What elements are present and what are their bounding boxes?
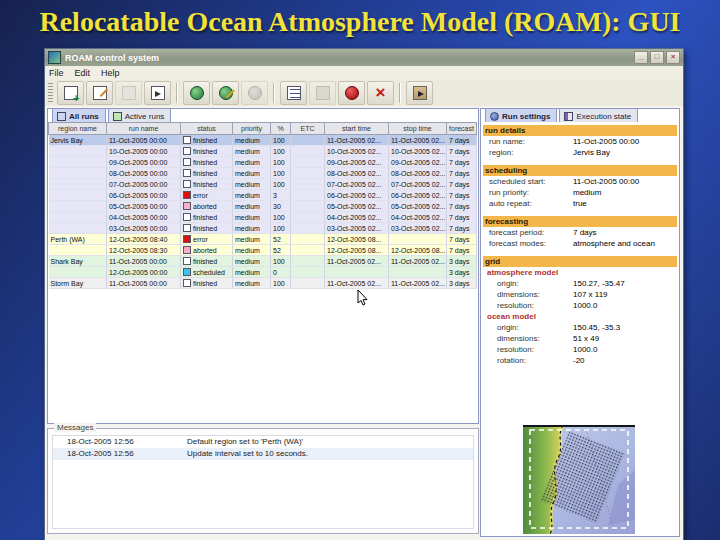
table-row[interactable]: 12-Oct-2005 08:30abortedmedium5212-Oct-2… bbox=[49, 245, 477, 256]
table-row[interactable]: Perth (WA)12-Oct-2005 08:40errormedium52… bbox=[49, 234, 477, 245]
tab-run-settings[interactable]: Run settings bbox=[485, 108, 557, 122]
edit-region-button[interactable] bbox=[212, 81, 239, 105]
table-row[interactable]: 08-Oct-2005 00:00finishedmedium10008-Oct… bbox=[49, 168, 477, 179]
new-run-button[interactable] bbox=[57, 81, 84, 105]
detail-item: forecast period:7 days bbox=[483, 227, 677, 238]
forecast-cell: 7 days bbox=[447, 179, 477, 190]
table-row[interactable]: 05-Oct-2005 00:00abortedmedium3005-Oct-2… bbox=[49, 201, 477, 212]
stop-time-cell bbox=[389, 234, 447, 245]
abort-run-button[interactable] bbox=[367, 81, 394, 105]
toolbar-separator bbox=[176, 83, 178, 103]
slide-title: Relocatable Ocean Atmosphere Model (ROAM… bbox=[0, 6, 720, 38]
table-row[interactable]: Storm Bay11-Oct-2005 00:00finishedmedium… bbox=[49, 278, 477, 289]
message-text: Update interval set to 10 seconds. bbox=[187, 448, 473, 460]
status-label: finished bbox=[193, 181, 217, 188]
exit-button[interactable] bbox=[406, 81, 433, 105]
column-header[interactable]: start time bbox=[325, 123, 389, 135]
new-run-icon bbox=[64, 86, 78, 100]
start-time-cell: 08-Oct-2005 02... bbox=[325, 168, 389, 179]
detail-label: forecast modes: bbox=[489, 238, 573, 249]
table-row[interactable]: 03-Oct-2005 00:00finishedmedium10003-Oct… bbox=[49, 223, 477, 234]
column-header[interactable]: status bbox=[181, 123, 233, 135]
column-header[interactable]: ETC bbox=[291, 123, 325, 135]
run-queue-button[interactable] bbox=[280, 81, 307, 105]
copy-run-button bbox=[115, 81, 142, 105]
status-swatch bbox=[183, 180, 191, 188]
menu-file[interactable]: File bbox=[49, 68, 64, 78]
etc-cell bbox=[291, 201, 325, 212]
stop-run-icon bbox=[345, 86, 359, 100]
table-row[interactable]: 06-Oct-2005 00:00errormedium306-Oct-2005… bbox=[49, 190, 477, 201]
detail-label: forecast period: bbox=[489, 227, 573, 238]
window-titlebar[interactable]: ROAM control system _ □ × bbox=[45, 49, 683, 66]
messages-list[interactable]: 18-Oct-2005 12:56Default region set to '… bbox=[52, 435, 474, 529]
percent-cell: 100 bbox=[271, 223, 291, 234]
section-header: run details bbox=[483, 125, 677, 136]
column-header[interactable]: % bbox=[271, 123, 291, 135]
forecast-cell: 7 days bbox=[447, 212, 477, 223]
status-swatch bbox=[183, 279, 191, 287]
table-row[interactable]: 09-Oct-2005 00:00finishedmedium10009-Oct… bbox=[49, 157, 477, 168]
menu-help[interactable]: Help bbox=[101, 68, 120, 78]
run-name-cell: 10-Oct-2005 00:00 bbox=[107, 146, 181, 157]
tab-label: Active runs bbox=[125, 112, 165, 121]
detail-label: dimensions: bbox=[497, 333, 573, 344]
minimize-button[interactable]: _ bbox=[634, 51, 648, 64]
start-time-cell: 12-Oct-2005 08... bbox=[325, 234, 389, 245]
table-row[interactable]: 12-Oct-2005 00:00scheduledmedium03 days bbox=[49, 267, 477, 278]
start-time-cell: 12-Oct-2005 08... bbox=[325, 245, 389, 256]
priority-cell: medium bbox=[233, 157, 271, 168]
column-header[interactable]: stop time bbox=[389, 123, 447, 135]
menu-edit[interactable]: Edit bbox=[75, 68, 91, 78]
globe-icon bbox=[490, 112, 499, 121]
table-row[interactable]: Shark Bay11-Oct-2005 00:00finishedmedium… bbox=[49, 256, 477, 267]
tab-execution-state[interactable]: Execution state bbox=[559, 108, 638, 122]
region-cell bbox=[49, 190, 107, 201]
table-row[interactable]: 10-Oct-2005 00:00finishedmedium10010-Oct… bbox=[49, 146, 477, 157]
forecast-cell: 3 days bbox=[447, 256, 477, 267]
percent-cell: 30 bbox=[271, 201, 291, 212]
start-time-cell: 06-Oct-2005 02... bbox=[325, 190, 389, 201]
start-time-cell: 11-Oct-2005 02... bbox=[325, 278, 389, 289]
toolbar-drag-handle[interactable] bbox=[48, 83, 53, 103]
tab-all-runs[interactable]: All runs bbox=[52, 108, 106, 122]
stop-time-cell: 09-Oct-2005 02... bbox=[389, 157, 447, 168]
exit-icon bbox=[413, 86, 427, 100]
status-swatch bbox=[183, 202, 191, 210]
run-queue-icon bbox=[287, 86, 301, 100]
maximize-button[interactable]: □ bbox=[650, 51, 664, 64]
run-name-cell: 04-Oct-2005 00:00 bbox=[107, 212, 181, 223]
detail-value: atmosphere and ocean bbox=[573, 239, 655, 248]
detail-value: 150.45, -35.3 bbox=[573, 323, 620, 332]
table-row[interactable]: 04-Oct-2005 00:00finishedmedium10004-Oct… bbox=[49, 212, 477, 223]
priority-cell: medium bbox=[233, 245, 271, 256]
stop-run-button[interactable] bbox=[338, 81, 365, 105]
detail-item: forecast modes:atmosphere and ocean bbox=[483, 238, 677, 249]
status-label: finished bbox=[193, 258, 217, 265]
etc-cell bbox=[291, 267, 325, 278]
run-name-cell: 03-Oct-2005 00:00 bbox=[107, 223, 181, 234]
table-row[interactable]: Jervis Bay11-Oct-2005 00:00finishedmediu… bbox=[49, 135, 477, 146]
table-header-row: region namerun namestatuspriority%ETCsta… bbox=[49, 123, 477, 135]
column-header[interactable]: region name bbox=[49, 123, 107, 135]
tab-label: All runs bbox=[69, 112, 99, 121]
etc-cell bbox=[291, 234, 325, 245]
roam-app-icon bbox=[48, 51, 61, 64]
message-row[interactable]: 18-Oct-2005 12:56Default region set to '… bbox=[53, 436, 473, 448]
column-header[interactable]: run name bbox=[107, 123, 181, 135]
tab-active-runs[interactable]: Active runs bbox=[108, 108, 172, 122]
edit-run-button[interactable] bbox=[86, 81, 113, 105]
region-cell bbox=[49, 245, 107, 256]
new-region-button[interactable] bbox=[183, 81, 210, 105]
message-row[interactable]: 18-Oct-2005 12:56Update interval set to … bbox=[53, 448, 473, 460]
status-swatch bbox=[183, 246, 191, 254]
detail-label: run priority: bbox=[489, 187, 573, 198]
start-time-cell: 04-Oct-2005 02... bbox=[325, 212, 389, 223]
table-row[interactable]: 07-Oct-2005 00:00finishedmedium10007-Oct… bbox=[49, 179, 477, 190]
region-cell: Storm Bay bbox=[49, 278, 107, 289]
close-button[interactable]: × bbox=[666, 51, 680, 64]
import-run-button[interactable] bbox=[144, 81, 171, 105]
run-name-cell: 11-Oct-2005 00:00 bbox=[107, 135, 181, 146]
column-header[interactable]: priority bbox=[233, 123, 271, 135]
column-header[interactable]: forecast bbox=[447, 123, 477, 135]
